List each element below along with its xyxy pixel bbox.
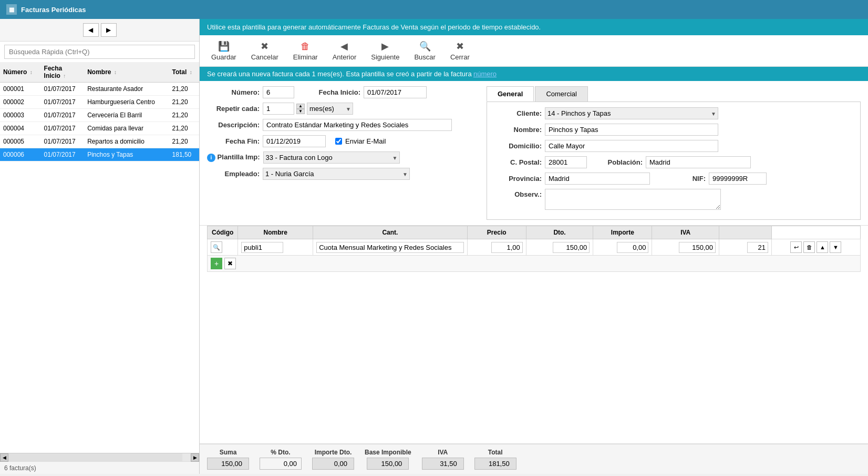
repetir-control: ▲ ▼ mes(es) día(s) semana(s) año(s) <box>263 103 353 115</box>
next-button[interactable]: ▶ Siguiente <box>366 38 405 63</box>
plantilla-select[interactable]: 33 - Factura con Logo <box>263 151 400 164</box>
line-down-btn[interactable]: ▼ <box>830 241 841 253</box>
line-iva-cell <box>719 239 771 256</box>
suma-label: Suma <box>220 449 237 456</box>
domicilio-input[interactable] <box>545 140 718 152</box>
numero-input[interactable] <box>263 86 294 98</box>
col-importe: Importe <box>593 226 652 239</box>
repetir-value-input[interactable] <box>263 103 294 115</box>
tab-container: General Comercial Cliente: 14 - Pinchos … <box>487 86 861 220</box>
horizontal-scrollbar[interactable]: ◀ ▶ <box>0 453 199 461</box>
repetir-down-btn[interactable]: ▼ <box>296 109 305 114</box>
table-row[interactable]: 000006 01/07/2017 Pinchos y Tapas 181,50 <box>0 148 199 161</box>
repetir-up-btn[interactable]: ▲ <box>296 104 305 109</box>
fecha-fin-input[interactable] <box>263 135 326 147</box>
table-row[interactable]: 000002 01/07/2017 Hamburguesería Centro … <box>0 96 199 109</box>
cp-label: C. Postal: <box>494 158 542 166</box>
nif-input[interactable] <box>709 173 767 185</box>
tab-comercial[interactable]: Comercial <box>535 86 588 102</box>
repetir-unit-select[interactable]: mes(es) día(s) semana(s) año(s) <box>307 103 353 115</box>
importe-dto-label: Importe Dto. <box>315 449 352 456</box>
add-line-button[interactable]: + <box>211 258 222 269</box>
delete-button[interactable]: 🗑 Eliminar <box>288 39 323 63</box>
nav-prev-button[interactable]: ◀ <box>83 23 99 37</box>
close-label: Cerrar <box>450 53 470 61</box>
plantilla-info-icon[interactable]: i <box>207 154 215 162</box>
left-panel: ◀ ▶ Número ↕ FechaInicio ↑ Nombre ↕ Tota… <box>0 19 200 474</box>
nav-next-button[interactable]: ▶ <box>101 23 117 37</box>
scroll-right-btn[interactable]: ▶ <box>191 453 199 462</box>
status-link[interactable]: número <box>473 70 497 78</box>
line-actions-cell: ↩ 🗑 ▲ ▼ <box>771 239 860 256</box>
line-delete-btn[interactable]: 🗑 <box>803 241 815 253</box>
line-precio-cell <box>526 239 593 256</box>
right-panel: Utilice esta plantilla para generar auto… <box>200 19 868 474</box>
close-button[interactable]: ✖ Cerrar <box>445 38 475 63</box>
total-value: 181,50 <box>474 458 516 470</box>
info-banner: Utilice esta plantilla para generar auto… <box>200 19 868 35</box>
col-cant: Cant. <box>313 226 467 239</box>
enviar-email-checkbox[interactable] <box>335 138 342 145</box>
provincia-input[interactable] <box>545 173 650 185</box>
line-undo-btn[interactable]: ↩ <box>790 241 802 253</box>
cell-fecha: 01/07/2017 <box>41 109 85 122</box>
search-box <box>4 45 195 59</box>
search-button[interactable]: 🔍 Buscar <box>409 38 440 63</box>
cell-fecha: 01/07/2017 <box>41 83 85 96</box>
nombre-client-label: Nombre: <box>494 126 542 134</box>
suma-value: 150,00 <box>207 458 249 470</box>
prev-button[interactable]: ◀ Anterior <box>327 38 362 63</box>
cancel-button[interactable]: ✖ Cancelar <box>246 38 284 63</box>
form-area: Número: Fecha Inicio: Repetir cada: <box>200 81 868 226</box>
line-dto-input[interactable] <box>617 242 648 253</box>
cell-numero: 000005 <box>0 135 41 148</box>
iva-total-value: 31,50 <box>422 458 464 470</box>
table-row[interactable]: 000001 01/07/2017 Restaurante Asador 21,… <box>0 83 199 96</box>
table-row[interactable]: 000003 01/07/2017 Cervecería El Barril 2… <box>0 109 199 122</box>
search-input[interactable] <box>4 45 195 59</box>
save-button[interactable]: 💾 Guardar <box>206 38 242 63</box>
search-label: Buscar <box>414 53 435 61</box>
line-up-btn[interactable]: ▲ <box>817 241 828 253</box>
next-label: Siguiente <box>371 53 399 61</box>
cell-nombre: Comidas para llevar <box>84 122 169 135</box>
base-imponible-value: 150,00 <box>367 458 409 470</box>
scroll-left-btn[interactable]: ◀ <box>0 453 8 462</box>
observ-textarea[interactable] <box>545 189 721 210</box>
line-cant-input[interactable] <box>491 242 523 253</box>
delete-icon: 🗑 <box>301 41 310 52</box>
pct-dto-input[interactable] <box>260 458 302 470</box>
descripcion-input[interactable] <box>263 119 452 131</box>
tab-general[interactable]: General <box>487 86 534 102</box>
cell-nombre: Cervecería El Barril <box>84 109 169 122</box>
line-iva-input[interactable] <box>747 242 768 253</box>
next-icon: ▶ <box>381 40 389 52</box>
content-body: Número: Fecha Inicio: Repetir cada: <box>200 81 868 443</box>
nombre-client-input[interactable] <box>545 124 718 136</box>
domicilio-row: Domicilio: <box>494 140 853 152</box>
cell-fecha: 01/07/2017 <box>41 96 85 109</box>
cell-total: 21,20 <box>169 109 199 122</box>
line-search-btn[interactable]: 🔍 <box>211 241 222 253</box>
empleado-row: Empleado: 1 - Nuria García ▼ <box>207 168 480 180</box>
status-message: Se creará una nueva factura cada 1 mes(e… <box>207 70 472 78</box>
line-precio-input[interactable] <box>553 242 590 253</box>
line-importe-input[interactable] <box>679 242 716 253</box>
cliente-select[interactable]: 14 - Pinchos y Tapas <box>545 107 718 119</box>
numero-label: Número: <box>207 88 260 96</box>
total-group: Total 181,50 <box>474 449 516 470</box>
empleado-select[interactable]: 1 - Nuria García <box>263 168 410 180</box>
total-label: Total <box>488 449 503 456</box>
line-code-input[interactable] <box>241 242 283 253</box>
pct-dto-label: % Dto. <box>271 449 290 456</box>
table-row[interactable]: 000005 01/07/2017 Repartos a domicilio 2… <box>0 135 199 148</box>
cp-input[interactable] <box>545 156 587 168</box>
del-line-button[interactable]: ✖ <box>224 258 236 269</box>
line-cant-cell <box>467 239 526 256</box>
cell-total: 21,20 <box>169 83 199 96</box>
poblacion-input[interactable] <box>646 156 751 168</box>
table-row[interactable]: 000004 01/07/2017 Comidas para llevar 21… <box>0 122 199 135</box>
line-name-input[interactable] <box>316 242 463 253</box>
fecha-inicio-input[interactable] <box>364 86 427 98</box>
app-title: Facturas Periódicas <box>21 6 86 14</box>
